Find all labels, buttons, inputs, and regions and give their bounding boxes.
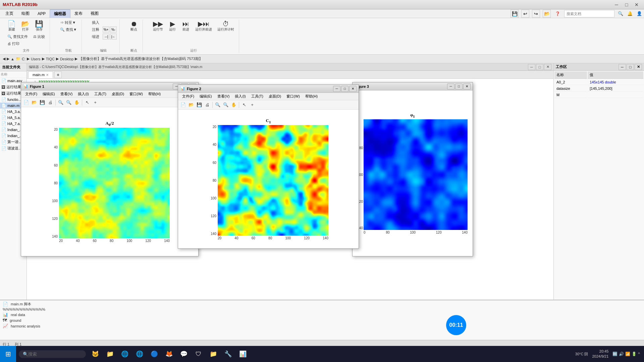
indent-in-btn[interactable]: →| bbox=[103, 34, 109, 40]
save-button[interactable]: 💾 保存 bbox=[33, 19, 45, 33]
workspace-row[interactable]: M bbox=[554, 92, 643, 98]
fig1-print-btn[interactable]: 🖨 bbox=[47, 99, 54, 106]
step-btn[interactable]: ⏭ 前进 bbox=[180, 19, 192, 33]
fig1-menu-file[interactable]: 文件(F) bbox=[22, 91, 40, 97]
fig2-menu-help[interactable]: 帮助(H) bbox=[303, 93, 320, 100]
taskbar-wechat[interactable]: 💬 bbox=[177, 347, 191, 361]
fig1-new-btn[interactable]: 📄 bbox=[22, 99, 30, 106]
run-advance-btn[interactable]: ▶⏭ 运行并前进 bbox=[193, 19, 214, 33]
taskbar-app1[interactable]: 🛡 bbox=[192, 347, 205, 361]
taskbar-chrome[interactable]: 🔵 bbox=[148, 347, 161, 361]
taskbar-search[interactable]: 🔍 bbox=[19, 350, 86, 358]
taskbar-file-explorer[interactable]: 🐱 bbox=[89, 347, 102, 361]
maximize-button[interactable]: □ bbox=[622, 1, 631, 8]
fig1-cursor-btn[interactable]: ↖ bbox=[84, 99, 91, 106]
path-desktop[interactable]: Desktop bbox=[60, 57, 73, 61]
start-button[interactable]: ⊞ bbox=[0, 346, 16, 362]
fig1-zoom-in-btn[interactable]: 🔍 bbox=[57, 99, 64, 106]
path-folder[interactable]: 【图像分析】基于matlab高光谱遥感图像谐波分析【含Matlab源码 7573… bbox=[79, 56, 203, 61]
comment-add-btn[interactable]: %+ bbox=[103, 26, 109, 33]
fig2-open-btn[interactable]: 📂 bbox=[187, 101, 195, 109]
menu-tab-editor[interactable]: 编程器 bbox=[50, 9, 70, 18]
fig1-data-cursor-btn[interactable]: + bbox=[92, 99, 99, 106]
fig1-menu-desktop[interactable]: 桌面(D) bbox=[109, 91, 127, 97]
comment-btn[interactable]: 注释 bbox=[90, 26, 101, 33]
taskbar-app2[interactable]: 🔧 bbox=[221, 347, 235, 361]
editor-close-btn[interactable]: ✕ bbox=[544, 64, 551, 70]
fig1-menu-view[interactable]: 查看(V) bbox=[58, 91, 75, 97]
help-btn[interactable]: ❓ bbox=[553, 10, 561, 18]
figure3-maximize-btn[interactable]: □ bbox=[455, 83, 463, 89]
figure3-minimize-btn[interactable]: ─ bbox=[447, 83, 454, 89]
fig1-save-btn[interactable]: 💾 bbox=[39, 99, 46, 106]
workspace-row[interactable]: A0_2 145x145 double bbox=[554, 79, 643, 85]
taskbar-chevron-icon[interactable]: ^ bbox=[638, 352, 640, 356]
fig2-menu-view[interactable]: 查看(V) bbox=[215, 93, 232, 100]
figure2-window[interactable]: 📊 Figure 2 ─ □ ✕ 文件(F) 编辑(E) 查看(V) 插入(I)… bbox=[178, 84, 359, 249]
path-nav-forward[interactable]: ▶ bbox=[7, 57, 9, 61]
figure2-maximize-btn[interactable]: □ bbox=[341, 86, 348, 92]
taskbar-network-icon[interactable]: 📶 bbox=[625, 352, 630, 356]
compare-btn[interactable]: ⚖ 比较 bbox=[31, 34, 47, 40]
new-button[interactable]: 📄 新建 bbox=[5, 19, 18, 33]
insert-btn[interactable]: 插入 bbox=[90, 19, 101, 26]
taskbar-matlab[interactable]: 📊 bbox=[236, 347, 250, 361]
fig2-zoom-in-btn[interactable]: 🔍 bbox=[214, 101, 221, 109]
fig2-save-btn[interactable]: 💾 bbox=[196, 101, 203, 109]
workspace-minimize-btn[interactable]: ─ bbox=[619, 64, 626, 70]
taskbar-speaker-icon[interactable]: 🔊 bbox=[619, 352, 624, 356]
fig2-menu-tools[interactable]: 工具(T) bbox=[249, 93, 266, 100]
fig1-menu-tools[interactable]: 工具(T) bbox=[92, 91, 109, 97]
search-docs-input[interactable] bbox=[564, 10, 614, 17]
search-docs-btn[interactable]: 🔍 bbox=[617, 10, 624, 17]
fig2-menu-edit[interactable]: 编辑(E) bbox=[197, 93, 215, 100]
fig2-menu-insert[interactable]: 插入(I) bbox=[232, 93, 248, 100]
menu-tab-home[interactable]: 主页 bbox=[1, 9, 17, 18]
figure2-close-btn[interactable]: ✕ bbox=[349, 86, 357, 92]
indent-btn[interactable]: 缩进 bbox=[90, 34, 101, 40]
taskbar-battery-icon[interactable]: 🔋 bbox=[632, 352, 637, 356]
workspace-row[interactable]: datasize [145,145,200] bbox=[554, 86, 643, 92]
taskbar-edge[interactable]: 🌐 bbox=[118, 347, 131, 361]
taskbar-firefox[interactable]: 🦊 bbox=[162, 347, 176, 361]
undo-btn[interactable]: ↩ bbox=[521, 10, 529, 18]
path-nav-back[interactable]: ◀ bbox=[3, 57, 5, 61]
workspace-close-btn[interactable]: ✕ bbox=[635, 64, 642, 70]
quick-access-btn[interactable]: 💾 bbox=[511, 10, 519, 18]
find-file-btn[interactable]: 🔍 查找文件 bbox=[5, 34, 30, 40]
taskbar-keyboard-icon[interactable]: 🔤 bbox=[612, 352, 618, 356]
fig2-menu-window[interactable]: 窗口(W) bbox=[284, 93, 303, 100]
path-nav-up[interactable]: ▲ bbox=[11, 57, 14, 61]
editor-maximize-btn[interactable]: □ bbox=[536, 64, 543, 70]
figure3-close-btn[interactable]: ✕ bbox=[463, 83, 471, 89]
sign-in-btn[interactable]: 👤 bbox=[636, 10, 643, 17]
menu-tab-plot[interactable]: 绘图 bbox=[17, 9, 34, 18]
taskbar-ie[interactable]: 🌐 bbox=[133, 347, 146, 361]
fig2-menu-desktop[interactable]: 桌面(D) bbox=[266, 93, 284, 100]
figure2-minimize-btn[interactable]: ─ bbox=[333, 86, 340, 92]
fig2-pan-btn[interactable]: ✋ bbox=[230, 101, 237, 109]
indent-out-btn[interactable]: |← bbox=[110, 34, 117, 40]
tab-close-btn[interactable]: ✕ bbox=[46, 73, 49, 77]
comment-remove-btn[interactable]: %- bbox=[110, 26, 117, 33]
fig2-cursor-btn[interactable]: ↖ bbox=[240, 101, 248, 109]
fig1-menu-window[interactable]: 窗口(W) bbox=[127, 91, 146, 97]
fig1-menu-help[interactable]: 帮助(H) bbox=[146, 91, 163, 97]
fig1-zoom-out-btn[interactable]: 🔍 bbox=[65, 99, 72, 106]
taskbar-search-input[interactable] bbox=[28, 352, 78, 357]
fig2-data-cursor-btn[interactable]: + bbox=[249, 101, 256, 109]
editor-tab-main[interactable]: main.m ✕ bbox=[28, 71, 53, 78]
goto-btn[interactable]: ⇒ 转至▼ bbox=[58, 19, 78, 26]
open-button[interactable]: 📂 打开 bbox=[19, 19, 32, 33]
breakpoint-btn[interactable]: ⏺ 断点 bbox=[128, 19, 140, 33]
new-tab-btn[interactable]: + bbox=[54, 71, 62, 78]
fig1-open-btn[interactable]: 📂 bbox=[31, 99, 38, 106]
taskbar-files[interactable]: 📁 bbox=[207, 347, 220, 361]
menu-tab-publish[interactable]: 发布 bbox=[70, 9, 87, 18]
open-file-btn[interactable]: 📂 bbox=[543, 10, 551, 18]
path-tiqc[interactable]: TIQC bbox=[46, 57, 55, 61]
taskbar-browser1[interactable]: 📁 bbox=[103, 347, 117, 361]
find-btn[interactable]: 🔍 查找▼ bbox=[58, 26, 79, 33]
path-nav-browse[interactable]: 📁 bbox=[16, 57, 20, 61]
menu-tab-app[interactable]: APP bbox=[34, 10, 50, 17]
